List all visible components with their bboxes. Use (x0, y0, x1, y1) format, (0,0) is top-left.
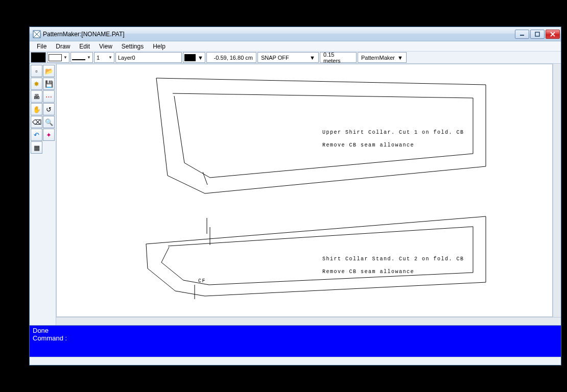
layer-name-field[interactable]: Layer0 (115, 52, 182, 63)
zoom-icon[interactable]: 🔍 (43, 116, 55, 128)
svg-line-4 (203, 172, 207, 185)
open-icon[interactable]: 📂 (43, 65, 55, 77)
workspace: ▫📂✸💾🖶⋯✋↺⌫🔍↶✦▦ (30, 64, 561, 325)
titlebar: PatternMaker:[NONAME.PAT] (30, 27, 561, 41)
mode-value: PatternMaker (361, 55, 395, 61)
coordinate-readout: -0.59, 16.80 cm (206, 52, 256, 63)
menu-edit[interactable]: Edit (75, 42, 94, 51)
new-icon[interactable]: ▫ (31, 65, 42, 77)
snap-dropdown[interactable]: SNAP OFF ▼ (257, 52, 319, 63)
label-cf: CF (198, 278, 206, 284)
print-icon[interactable]: 🖶 (31, 90, 42, 103)
options-bar: ▼ ▼ 1 ▼ Layer0 ▼ -0.59, 16.80 cm SNAP OF… (30, 52, 561, 64)
menu-help[interactable]: Help (149, 42, 170, 51)
menu-file[interactable]: File (33, 42, 51, 51)
chevron-down-icon: ▼ (86, 53, 91, 62)
vertical-scrollbar[interactable] (553, 64, 561, 317)
run-icon[interactable]: ✸ (31, 78, 42, 90)
canvas-container: Upper Shirt Collar. Cut 1 on fold. CB Re… (56, 64, 561, 325)
app-icon (33, 30, 41, 38)
chevron-down-icon: ▼ (63, 53, 68, 62)
lineweight-dropdown[interactable]: 1 ▼ (94, 52, 114, 63)
label-collar-stand-title: Shirt Collar Stand. Cut 2 on fold. CB (322, 256, 464, 262)
chevron-down-icon: ▼ (310, 55, 315, 61)
grid-icon[interactable]: ⋯ (43, 90, 55, 103)
svg-marker-3 (156, 78, 486, 193)
reload-icon[interactable]: ↺ (43, 103, 55, 115)
color-swatch-black[interactable] (31, 52, 46, 63)
undo-icon[interactable]: ↶ (31, 129, 42, 141)
chevron-down-icon: ▼ (108, 53, 113, 62)
chevron-down-icon: ▼ (198, 55, 203, 61)
explode-icon[interactable]: ✦ (43, 129, 55, 141)
drawing-canvas[interactable]: Upper Shirt Collar. Cut 1 on fold. CB Re… (56, 64, 553, 317)
save-icon[interactable]: 💾 (43, 78, 55, 90)
statusbar (30, 357, 561, 365)
minimize-button[interactable] (515, 30, 529, 39)
command-console[interactable]: Done Command : (30, 325, 561, 357)
window-controls (515, 30, 560, 39)
coordinate-value: -0.59, 16.80 cm (214, 55, 253, 61)
erase-icon[interactable]: ⌫ (31, 116, 42, 128)
fill-dropdown[interactable]: ▼ (47, 52, 69, 63)
window-title: PatternMaker:[NONAME.PAT] (43, 31, 515, 38)
maximize-button[interactable] (530, 30, 545, 39)
units-readout: 0.15 meters (320, 52, 357, 63)
snap-value: SNAP OFF (261, 55, 289, 61)
console-line-prompt: Command : (33, 334, 558, 342)
lineweight-value: 1 (96, 55, 107, 61)
console-line-done: Done (33, 327, 558, 334)
tool-palette: ▫📂✸💾🖶⋯✋↺⌫🔍↶✦▦ (30, 64, 56, 325)
menu-settings[interactable]: Settings (117, 42, 148, 51)
app-window: PatternMaker:[NONAME.PAT] File Draw Edit… (29, 27, 561, 365)
svg-rect-2 (535, 32, 539, 36)
calc-icon[interactable]: ▦ (31, 141, 42, 154)
layer-color-swatch (184, 54, 196, 61)
label-upper-collar-title: Upper Shirt Collar. Cut 1 on fold. CB (322, 130, 464, 135)
pattern-drawing (57, 64, 553, 317)
label-collar-stand-note: Remove CB seam allowance (322, 269, 414, 275)
menu-view[interactable]: View (95, 42, 116, 51)
horizontal-scrollbar[interactable] (56, 317, 561, 325)
chevron-down-icon: ▼ (397, 55, 403, 61)
close-button[interactable] (546, 30, 560, 39)
menubar: File Draw Edit View Settings Help (30, 41, 561, 52)
menu-draw[interactable]: Draw (52, 42, 74, 51)
linestyle-dropdown[interactable]: ▼ (70, 52, 93, 63)
layer-name-value: Layer0 (118, 55, 135, 61)
layer-color-dropdown[interactable]: ▼ (183, 52, 205, 63)
units-value: 0.15 meters (323, 52, 353, 64)
pan-icon[interactable]: ✋ (31, 103, 42, 115)
mode-dropdown[interactable]: PatternMaker ▼ (358, 52, 407, 63)
label-upper-collar-note: Remove CB seam allowance (322, 142, 414, 148)
